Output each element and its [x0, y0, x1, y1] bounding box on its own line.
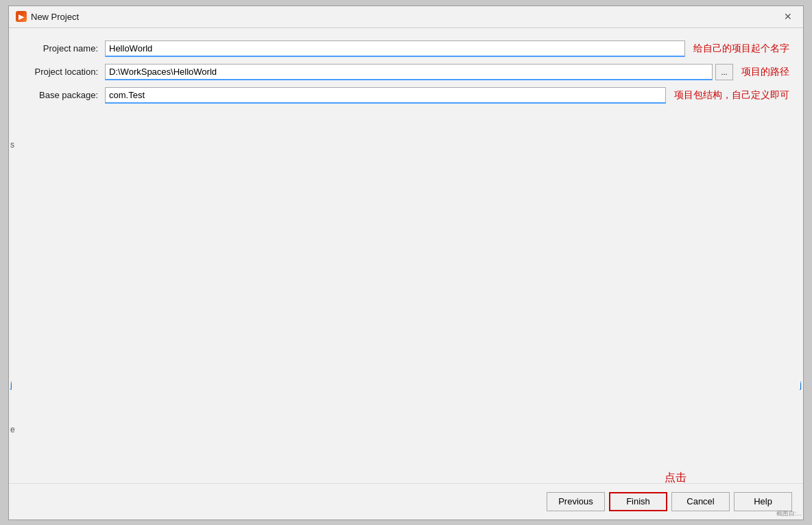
sidebar-letter-s: s — [10, 140, 14, 150]
sidebar-letter-j-left: j — [10, 380, 12, 390]
watermark: 截图自:... — [776, 509, 802, 518]
project-name-annotation: 给自己的项目起个名字 — [693, 43, 789, 55]
close-button[interactable]: ✕ — [780, 8, 796, 25]
title-bar: ▶ New Project ✕ — [9, 6, 803, 28]
click-annotation: 点击 — [665, 471, 686, 485]
cancel-button[interactable]: Cancel — [671, 492, 730, 511]
project-location-row: Project location: ... 项目的路径 — [23, 64, 789, 80]
base-package-label: Base package: — [23, 90, 105, 100]
base-package-input[interactable] — [105, 87, 666, 104]
base-package-annotation: 项目包结构，自己定义即可 — [674, 89, 789, 102]
project-location-input-container: ... 项目的路径 — [105, 64, 789, 80]
finish-button[interactable]: Finish — [609, 492, 667, 511]
project-location-input[interactable] — [105, 64, 713, 80]
dialog-window: ▶ New Project ✕ s j e j Project name: 给自… — [8, 5, 804, 520]
spacer — [23, 110, 789, 471]
window-title: New Project — [31, 12, 79, 22]
bottom-bar: Previous Finish Cancel Help — [9, 483, 803, 520]
app-icon: ▶ — [16, 11, 27, 22]
project-location-label: Project location: — [23, 67, 105, 77]
title-bar-left: ▶ New Project — [16, 11, 79, 22]
base-package-input-container: 项目包结构，自己定义即可 — [105, 87, 789, 104]
project-name-input[interactable] — [105, 40, 685, 57]
sidebar-letter-e: e — [10, 425, 15, 434]
base-package-row: Base package: 项目包结构，自己定义即可 — [23, 87, 789, 104]
dialog-content: Project name: 给自己的项目起个名字 Project locatio… — [9, 28, 803, 483]
sidebar-letter-j-right: j — [800, 380, 802, 390]
project-name-row: Project name: 给自己的项目起个名字 — [23, 40, 789, 57]
project-name-label: Project name: — [23, 43, 105, 54]
help-button[interactable]: Help — [734, 492, 792, 511]
project-location-annotation: 项目的路径 — [741, 66, 789, 78]
project-name-input-container: 给自己的项目起个名字 — [105, 40, 789, 57]
browse-button[interactable]: ... — [715, 64, 733, 80]
previous-button[interactable]: Previous — [547, 492, 605, 511]
